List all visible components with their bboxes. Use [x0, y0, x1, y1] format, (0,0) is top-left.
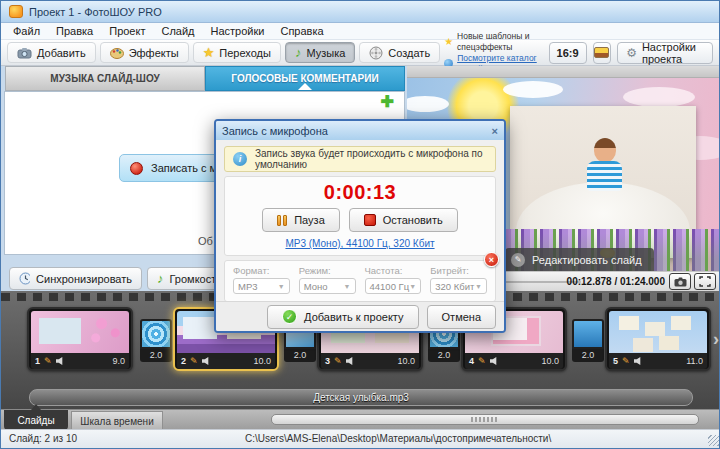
scrollbar-grip[interactable] [471, 417, 499, 422]
edit-slide-label: Редактировать слайд [532, 254, 642, 266]
remove-icon[interactable]: × [484, 252, 499, 267]
mode-field: Режим: Моно ▼ [299, 265, 356, 294]
chevron-down-icon: ▼ [409, 283, 416, 290]
aspect-ratio-button[interactable]: 16:9 [549, 42, 587, 64]
add-recording-button[interactable]: ✚ [381, 94, 394, 110]
music-note-icon: ♪ [157, 272, 164, 285]
fullscreen-icon [699, 276, 711, 287]
fullscreen-button[interactable] [694, 273, 716, 290]
menu-settings[interactable]: Настройки [203, 24, 273, 38]
app-icon [9, 5, 23, 18]
effects-button-label: Эффекты [129, 47, 179, 59]
audio-format-link[interactable]: MP3 (Моно), 44100 Гц, 320 Кбит [231, 238, 489, 249]
speaker-icon[interactable] [56, 357, 65, 365]
pause-button[interactable]: Пауза [262, 208, 340, 232]
tab-slideshow-music[interactable]: МУЗЫКА СЛАЙД-ШОУ [5, 66, 205, 91]
cloud-shape [503, 81, 563, 98]
edit-pencil-icon[interactable]: ✎ [190, 357, 198, 366]
dialog-title-bar[interactable]: Запись с микрофона × [216, 121, 504, 140]
background-thumbnail-button[interactable] [593, 42, 612, 64]
timeline-slide-5[interactable]: 5 ✎ 11.0 [605, 307, 711, 371]
cloud-shape [623, 87, 695, 107]
main-toolbar: Добавить Эффекты ★ Переходы ♪ Музыка Соз… [1, 40, 719, 66]
music-button[interactable]: ♪ Музыка [285, 42, 355, 63]
frequency-select[interactable]: 44100 Гц ▼ [365, 278, 422, 294]
edit-pencil-icon[interactable]: ✎ [44, 357, 52, 366]
transition-thumbnail [140, 319, 172, 349]
add-to-project-button[interactable]: ✓ Добавить к проекту [267, 305, 418, 329]
camera-icon [674, 277, 687, 287]
menu-edit[interactable]: Правка [48, 24, 101, 38]
view-tabs-bar: Слайды Шкала времени [1, 409, 720, 429]
scroll-right-arrow[interactable]: › [713, 329, 719, 350]
palette-icon [110, 47, 124, 59]
preview-top-bar [407, 66, 719, 78]
slide-info-bar: 1 ✎ 9.0 [31, 353, 129, 369]
clock-icon [19, 272, 30, 285]
frequency-label: Частота: [365, 265, 422, 276]
stop-label: Остановить [383, 214, 443, 226]
tab-slides-view[interactable]: Слайды [4, 410, 68, 430]
effects-button[interactable]: Эффекты [100, 42, 189, 63]
menu-help[interactable]: Справка [272, 24, 331, 38]
tab-voice-comments[interactable]: ГОЛОСОВЫЕ КОММЕНТАРИИ [205, 66, 405, 91]
slide-duration: 9.0 [112, 356, 125, 366]
stop-button[interactable]: Остановить [349, 208, 458, 232]
recording-controls: Пауза Остановить [231, 208, 489, 232]
format-field: Формат: MP3 ▼ [233, 265, 290, 294]
slide-number: 3 [325, 356, 330, 366]
menu-file[interactable]: Файл [5, 24, 48, 38]
timeline-slide-1[interactable]: 1 ✎ 9.0 [27, 307, 133, 371]
timeline-scrollbar[interactable] [271, 414, 699, 425]
mode-select[interactable]: Моно ▼ [299, 278, 356, 294]
edit-pencil-icon[interactable]: ✎ [478, 357, 486, 366]
synchronize-button[interactable]: Синхронизировать [9, 267, 142, 290]
gear-icon: ⚙ [626, 47, 637, 59]
edit-pencil-icon[interactable]: ✎ [622, 357, 630, 366]
promo-text-1: Новые шаблоны и спецэффекты [457, 31, 542, 53]
mode-label: Режим: [299, 265, 356, 276]
menu-project[interactable]: Проект [101, 24, 153, 38]
pause-icon [277, 215, 287, 226]
speaker-icon[interactable] [634, 357, 643, 365]
speaker-icon[interactable] [490, 357, 499, 365]
slide-info-bar: 4 ✎ 10.0 [465, 353, 563, 369]
photo-child-shape [594, 138, 616, 162]
edit-slide-button[interactable]: ✎ Редактировать слайд [505, 248, 654, 271]
create-button[interactable]: Создать [359, 42, 440, 63]
transition-1[interactable]: 2.0 [139, 319, 173, 362]
audio-track[interactable]: Детская улыбка.mp3 [29, 389, 693, 406]
status-bar: Слайд: 2 из 10 C:\Users\AMS-Elena\Deskto… [1, 429, 720, 448]
format-select[interactable]: MP3 ▼ [233, 278, 290, 294]
bitrate-field: Битрейт: 320 Кбит ▼ [430, 265, 487, 294]
tab-timescale-view[interactable]: Шкала времени [71, 411, 163, 430]
slide-duration: 10.0 [397, 356, 415, 366]
edit-pencil-icon[interactable]: ✎ [334, 357, 342, 366]
speaker-icon[interactable] [346, 357, 355, 365]
title-bar[interactable]: Проект 1 - ФотоШОУ PRO [1, 1, 719, 23]
transition-duration: 2.0 [284, 349, 316, 362]
close-icon[interactable]: × [492, 125, 498, 137]
slide-duration: 10.0 [253, 356, 271, 366]
transitions-button-label: Переходы [219, 47, 271, 59]
bitrate-label: Битрейт: [430, 265, 487, 276]
photo-child-shape [587, 161, 622, 191]
transition-4[interactable]: 2.0 [571, 319, 605, 362]
speaker-icon[interactable] [202, 357, 211, 365]
project-settings-label: Настройки проекта [642, 41, 704, 65]
bitrate-select[interactable]: 320 Кбит ▼ [430, 278, 487, 294]
cancel-button[interactable]: Отмена [427, 305, 496, 329]
add-button[interactable]: Добавить [7, 42, 96, 63]
film-reel-icon [369, 46, 383, 60]
menu-slide[interactable]: Слайд [153, 24, 202, 38]
transition-duration: 2.0 [140, 349, 172, 362]
resize-grip[interactable] [708, 435, 719, 446]
slide-info-bar: 2 ✎ 10.0 [177, 353, 275, 369]
project-settings-button[interactable]: ⚙ Настройки проекта [617, 42, 713, 64]
record-dot-icon [130, 162, 143, 175]
transitions-button[interactable]: ★ Переходы [193, 42, 281, 63]
music-button-label: Музыка [306, 47, 345, 59]
snapshot-button[interactable] [669, 273, 691, 290]
chevron-down-icon: ▼ [278, 283, 285, 290]
slide-thumbnail [609, 311, 707, 353]
